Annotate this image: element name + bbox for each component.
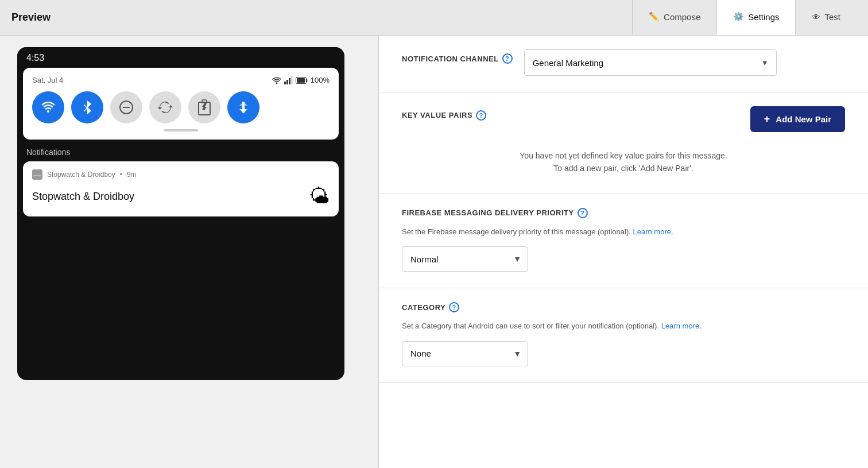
quick-setting-tiles: [32, 91, 330, 123]
battery-icon: [296, 77, 308, 84]
tab-settings-label: Settings: [748, 12, 779, 22]
notification-channel-section: NOTIFICATION CHANNEL ? General Marketing…: [379, 36, 868, 92]
category-learn-more-link[interactable]: Learn more.: [661, 322, 702, 330]
notification-channel-help-icon[interactable]: ?: [502, 53, 513, 64]
firebase-priority-section: FIREBASE MESSAGING DELIVERY PRIORITY ? S…: [379, 194, 868, 289]
qs-date-row: Sat, Jul 4: [32, 76, 330, 84]
qs-tile-wifi: [32, 91, 64, 123]
qs-scroll-indicator: [32, 129, 330, 131]
kvp-empty-line2: To add a new pair, click 'Add New Pair'.: [402, 162, 845, 175]
notifications-label: Notifications: [17, 140, 344, 161]
add-new-pair-button[interactable]: + Add New Pair: [750, 106, 845, 132]
category-help-icon[interactable]: ?: [449, 302, 459, 312]
qs-tile-dnd: [110, 91, 142, 123]
firebase-priority-label: FIREBASE MESSAGING DELIVERY PRIORITY ?: [402, 208, 845, 218]
category-select[interactable]: None Alarm Call Email Error Event Messag…: [402, 341, 528, 366]
qs-tile-battery-saver: [188, 91, 220, 123]
qs-scroll-bar: [164, 129, 198, 131]
eye-icon: 👁: [812, 12, 820, 22]
kvp-empty-line1: You have not yet defined key value pairs…: [402, 149, 845, 162]
settings-panel: NOTIFICATION CHANNEL ? General Marketing…: [379, 36, 868, 468]
tab-compose[interactable]: ✏️ Compose: [632, 0, 716, 35]
svg-rect-11: [33, 175, 41, 176]
firebase-priority-select-wrapper: Normal High ▼: [402, 246, 528, 272]
firebase-help-icon[interactable]: ?: [578, 208, 588, 218]
notification-channel-row: NOTIFICATION CHANNEL ? General Marketing…: [402, 49, 845, 76]
notification-channel-select-wrapper: General Marketing Promotional Transactio…: [524, 49, 777, 76]
notification-channel-select[interactable]: General Marketing Promotional Transactio…: [524, 49, 777, 76]
phone-bottom: [17, 216, 344, 274]
status-icons-row: 100%: [272, 76, 330, 84]
svg-rect-1: [286, 80, 288, 84]
svg-rect-0: [284, 82, 286, 84]
key-value-pairs-section: KEY VALUE PAIRS ? + Add New Pair You hav…: [379, 92, 868, 194]
notification-title: Stopwatch & Droidboy: [32, 191, 134, 203]
tab-navigation: ✏️ Compose ⚙️ Settings 👁 Test: [632, 0, 857, 35]
category-label: CATEGORY ?: [402, 302, 845, 312]
preview-panel: 4:53 Sat, Jul 4: [0, 36, 379, 468]
svg-rect-2: [289, 78, 290, 84]
wifi-icon: [272, 76, 282, 84]
svg-rect-10: [33, 173, 41, 174]
kvp-header-row: KEY VALUE PAIRS ? + Add New Pair: [402, 106, 845, 132]
notification-card: Stopwatch & Droidboy • 9m Stopwatch & Dr…: [23, 161, 339, 216]
notification-emoji: 🌤: [309, 184, 330, 208]
category-section: CATEGORY ? Set a Category that Android c…: [379, 288, 868, 383]
svg-rect-5: [297, 78, 305, 83]
notification-time: 9m: [127, 171, 137, 179]
tab-test-label: Test: [824, 12, 840, 22]
notification-channel-label: NOTIFICATION CHANNEL ?: [402, 53, 513, 64]
plus-icon: +: [764, 113, 770, 125]
kvp-help-icon[interactable]: ?: [476, 110, 486, 121]
battery-percent: 100%: [311, 76, 330, 84]
pencil-icon: ✏️: [649, 11, 660, 22]
tab-test[interactable]: 👁 Test: [795, 0, 857, 35]
notification-dot: •: [120, 171, 122, 179]
phone-date: Sat, Jul 4: [32, 76, 63, 84]
signal-icon: [284, 76, 293, 84]
qs-tile-data: [227, 91, 259, 123]
svg-rect-3: [291, 76, 293, 84]
svg-rect-9: [202, 100, 207, 103]
phone-status-bar: 4:53: [17, 47, 344, 68]
firebase-priority-select[interactable]: Normal High: [402, 246, 528, 272]
notification-app-name: Stopwatch & Droidboy: [47, 171, 115, 179]
kvp-label: KEY VALUE PAIRS ?: [402, 110, 486, 121]
firebase-learn-more-link[interactable]: Learn more.: [633, 227, 673, 236]
tab-compose-label: Compose: [664, 12, 700, 22]
category-description: Set a Category that Android can use to s…: [402, 320, 845, 332]
notification-body: Stopwatch & Droidboy 🌤: [32, 184, 330, 208]
quick-settings-card: Sat, Jul 4: [23, 68, 339, 140]
tab-settings[interactable]: ⚙️ Settings: [716, 0, 795, 35]
firebase-description: Set the Firebase message delivery priori…: [402, 226, 845, 238]
category-select-wrapper: None Alarm Call Email Error Event Messag…: [402, 341, 528, 366]
add-pair-label: Add New Pair: [776, 114, 831, 124]
app-icon: [32, 169, 42, 180]
preview-title: Preview: [11, 11, 51, 24]
phone-time: 4:53: [26, 53, 44, 63]
phone-mockup: 4:53 Sat, Jul 4: [17, 47, 344, 380]
qs-tile-rotate: [149, 91, 181, 123]
main-content: 4:53 Sat, Jul 4: [0, 36, 868, 468]
gear-icon: ⚙️: [733, 11, 744, 22]
qs-tile-bluetooth: [71, 91, 103, 123]
notification-header: Stopwatch & Droidboy • 9m: [32, 169, 330, 180]
top-header: Preview ✏️ Compose ⚙️ Settings 👁 Test: [0, 0, 868, 36]
kvp-empty-message: You have not yet defined key value pairs…: [402, 140, 845, 177]
